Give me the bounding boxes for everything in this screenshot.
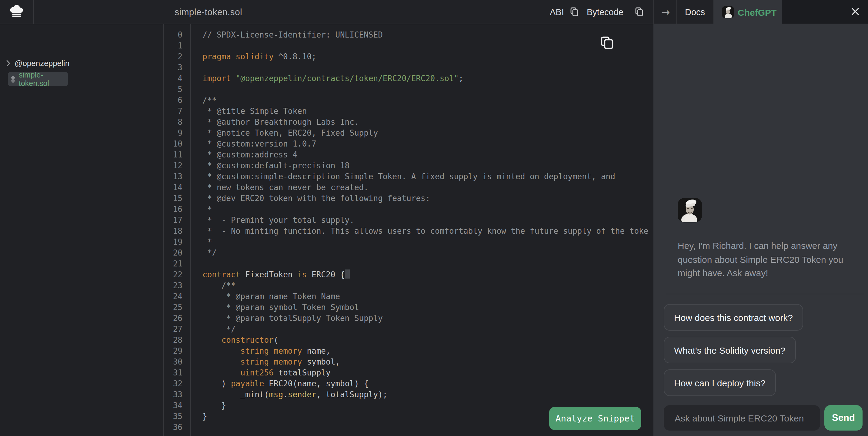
code-token: /**: [203, 281, 236, 290]
gutter: 0123456789101112131415161718192021222324…: [164, 24, 191, 436]
code-line: * @notice Token, ERC20, Fixed Supply: [203, 128, 653, 139]
line-number: 21: [164, 259, 190, 269]
code-line: * @author Breakthrough Labs Inc.: [203, 117, 653, 128]
code-line: string memory name,: [203, 346, 653, 357]
line-number: 23: [164, 280, 190, 291]
copy-icon: [601, 36, 614, 49]
code-token: pragma solidity: [203, 52, 274, 61]
code-line: string memory symbol,: [203, 357, 653, 368]
code-token: is: [297, 270, 307, 279]
code-line: * @custom:simple-description Simple Toke…: [203, 171, 653, 182]
suggestion-button[interactable]: How can I deploy this?: [664, 369, 776, 396]
code-token: string memory: [240, 346, 302, 356]
code-token: * @author Breakthrough Labs Inc.: [203, 118, 359, 127]
code-line: import "@openzeppelin/contracts/token/ER…: [203, 73, 653, 84]
code-token: * @param name Token Name: [203, 292, 340, 301]
line-number: 30: [164, 357, 190, 368]
code-token: ERC20 {: [307, 270, 345, 279]
abi-button[interactable]: ABI: [550, 0, 564, 24]
line-number: 20: [164, 248, 190, 259]
code-token: */: [203, 248, 217, 257]
suggestion-button[interactable]: What's the Solidity version?: [664, 337, 796, 363]
code-token: * new tokens can never be created.: [203, 183, 369, 192]
code-token: * @custom:default-precision 18: [203, 161, 349, 170]
code-line: * @custom:address 4: [203, 149, 653, 161]
line-number: 19: [164, 237, 190, 248]
code-line: * @param name Token Name: [203, 291, 653, 302]
code-token: constructor: [221, 335, 274, 344]
code-line: * @dev ERC20 token with the following fe…: [203, 193, 653, 204]
code-line: * new tokens can never be created.: [203, 182, 653, 193]
expand-arrow-button[interactable]: →: [660, 0, 671, 24]
line-number: 36: [164, 422, 190, 433]
line-number: 34: [164, 400, 190, 411]
line-number: 32: [164, 378, 190, 390]
suggestion-button[interactable]: How does this contract work?: [664, 304, 803, 331]
code-token: sender: [288, 390, 316, 399]
file-label: simple-token.sol: [19, 71, 68, 88]
line-number: 35: [164, 411, 190, 422]
chevron-right-icon: [6, 60, 10, 66]
window-title: simple-token.sol: [175, 0, 242, 24]
code-token: (: [274, 335, 279, 344]
code-lines: // SPDX-License-Identifier: UNLICENSED p…: [203, 24, 653, 436]
line-number: 10: [164, 139, 190, 149]
tab-docs[interactable]: Docs: [677, 0, 713, 24]
copy-icon: [635, 7, 643, 16]
app-logo[interactable]: [0, 0, 34, 24]
line-number: 9: [164, 128, 190, 139]
bar-right-zone: [782, 0, 868, 24]
tab-chefgpt-label: ChefGPT: [738, 7, 776, 17]
sidebar-item-simple-token[interactable]: simple-token.sol: [8, 72, 68, 86]
analyze-snippet-button[interactable]: Analyze Snippet: [549, 407, 641, 430]
code-line: pragma solidity ^0.8.10;: [203, 52, 653, 62]
code-token: ;: [459, 74, 463, 83]
line-number: 11: [164, 149, 190, 161]
code-line: [203, 259, 653, 269]
code-token: "@openzeppelin/contracts/token/ERC20/ERC…: [236, 74, 459, 83]
send-button[interactable]: Send: [824, 405, 863, 431]
code-line: * - No minting function. This allows use…: [203, 226, 653, 237]
code-line: * @custom:version 1.0.7: [203, 139, 653, 149]
code-line: * @title Simple Token: [203, 106, 653, 117]
sidebar-item-openzeppelin[interactable]: @openzeppelin: [6, 56, 69, 70]
line-number: 7: [164, 106, 190, 117]
line-number: 8: [164, 117, 190, 128]
close-button[interactable]: [847, 4, 863, 20]
code-token: symbol,: [302, 357, 340, 366]
chefgpt-panel: Hey, I'm Richard. I can help answer any …: [653, 24, 868, 436]
chef-hat-icon: [8, 4, 25, 20]
line-number: 14: [164, 182, 190, 193]
bytecode-copy-button[interactable]: [633, 0, 644, 24]
code-token: [203, 346, 240, 356]
code-editor[interactable]: 0123456789101112131415161718192021222324…: [164, 24, 653, 436]
line-number: 5: [164, 84, 190, 95]
line-number: 29: [164, 346, 190, 357]
line-number: 28: [164, 335, 190, 346]
bytecode-button[interactable]: Bytecode: [587, 0, 623, 24]
abi-copy-button[interactable]: [568, 0, 580, 24]
code-token: * @param totalSupply Token Supply: [203, 314, 383, 323]
code-token: // SPDX-License-Identifier: UNLICENSED: [203, 30, 383, 39]
solidity-file-icon: [10, 75, 16, 83]
chat-input[interactable]: [664, 405, 820, 431]
line-number: 13: [164, 171, 190, 182]
top-bar: simple-token.sol ABI Bytecode → Docs: [0, 0, 868, 24]
code-token: uint256: [240, 368, 274, 377]
code-token: [203, 368, 240, 377]
code-line: // SPDX-License-Identifier: UNLICENSED: [203, 30, 653, 41]
line-number: 16: [164, 204, 190, 215]
file-explorer-sidebar: @openzeppelin simple-token.sol: [0, 24, 164, 436]
copy-code-button[interactable]: [601, 36, 614, 49]
tab-chefgpt[interactable]: ChefGPT: [713, 0, 782, 24]
code-line: ) payable ERC20(name, symbol) {: [203, 378, 653, 390]
code-token: *: [203, 205, 212, 214]
assistant-avatar: [678, 198, 702, 222]
line-number: 4: [164, 73, 190, 84]
line-number: 1: [164, 41, 190, 52]
code-line: _mint(msg.sender, totalSupply);: [203, 390, 653, 400]
line-number: 2: [164, 52, 190, 62]
text-cursor: [345, 269, 350, 278]
line-number: 6: [164, 95, 190, 106]
code-line: * - Premint your total supply.: [203, 215, 653, 226]
